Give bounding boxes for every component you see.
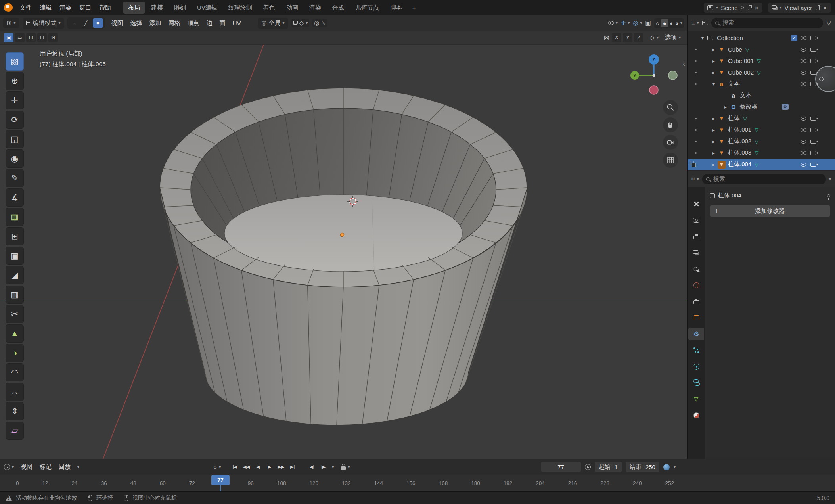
outliner-row[interactable]: 文本: [688, 90, 835, 101]
workspace-tab[interactable]: 着色: [258, 2, 280, 14]
overlays-toggle[interactable]: ◎ ▾: [633, 19, 642, 27]
shading-solid-button[interactable]: ●: [661, 19, 668, 27]
bevel-tool[interactable]: ◢: [6, 266, 24, 284]
filter-button[interactable]: ▽: [826, 19, 831, 27]
menu-item[interactable]: 面: [216, 18, 229, 29]
playback-button[interactable]: ▶▶: [276, 462, 286, 472]
shading-material-button[interactable]: ◐: [670, 20, 674, 27]
outliner-row[interactable]: Collection: [688, 32, 835, 44]
extrude-tool[interactable]: ⊞: [6, 227, 24, 245]
properties-editor-type-button[interactable]: ≡ ▾: [691, 176, 699, 182]
playhead[interactable]: 77: [211, 475, 230, 485]
playback-button[interactable]: ◀: [253, 462, 263, 472]
outliner-row[interactable]: 柱体.001: [688, 124, 835, 136]
object-name[interactable]: 柱体.004: [728, 161, 751, 168]
world-tab[interactable]: [688, 279, 704, 291]
proportional-edit-button[interactable]: ◎: [314, 19, 319, 27]
hide-eye-icon[interactable]: [801, 128, 806, 132]
chevron-down-icon[interactable]: ▾: [674, 465, 676, 469]
hide-eye-icon[interactable]: [801, 82, 806, 86]
menu-item[interactable]: 视图: [17, 462, 36, 472]
render-visibility-icon[interactable]: [810, 36, 816, 40]
active-object-name[interactable]: 柱体.004: [718, 192, 741, 199]
loop-cut-tool[interactable]: ▥: [6, 286, 24, 304]
falloff-icon[interactable]: ∿: [321, 19, 326, 27]
object-data-tab[interactable]: [688, 393, 704, 405]
viewlayer-selector[interactable]: ▾ ViewLayer ×: [768, 3, 831, 13]
lock-range-button[interactable]: ▾: [341, 464, 350, 470]
select-option-button[interactable]: ▭: [15, 33, 25, 42]
mirror-axis-button[interactable]: Z: [634, 33, 643, 42]
select-mode-button[interactable]: ╱: [81, 18, 91, 28]
collection-checkbox[interactable]: [791, 35, 797, 41]
scene-selector[interactable]: ▾ Scene ×: [704, 3, 762, 13]
menu-item[interactable]: 添加: [146, 18, 165, 29]
material-tab[interactable]: [688, 409, 704, 422]
render-visibility-icon[interactable]: [810, 140, 816, 144]
hide-eye-icon[interactable]: [801, 59, 806, 63]
cylinder-object[interactable]: [160, 88, 527, 425]
navigation-gizmo[interactable]: Z Y: [622, 44, 686, 95]
menu-item[interactable]: 文件: [16, 2, 36, 13]
shrink-fatten-tool[interactable]: ⇕: [6, 402, 24, 420]
expand-chevron-icon[interactable]: [710, 162, 718, 167]
playback-button[interactable]: |◀: [230, 462, 240, 472]
chevron-down-icon[interactable]: ▾: [829, 177, 831, 181]
scale-tool[interactable]: ◱: [6, 130, 24, 148]
object-name[interactable]: 文本: [740, 92, 752, 99]
menu-item[interactable]: 边: [203, 18, 216, 29]
expand-chevron-icon[interactable]: [710, 58, 718, 64]
blender-logo-icon[interactable]: [4, 3, 13, 12]
knife-tool[interactable]: ✂: [6, 305, 24, 323]
outliner-search-input[interactable]: 搜索: [711, 18, 824, 28]
select-option-button[interactable]: ⊠: [48, 33, 58, 42]
menu-item[interactable]: 网格: [165, 18, 184, 29]
particles-tab[interactable]: [688, 344, 704, 356]
new-viewlayer-icon[interactable]: [816, 6, 820, 10]
annotate-tool[interactable]: ✎: [6, 169, 24, 187]
outliner-editor-type-button[interactable]: ≡ ▾: [691, 19, 699, 26]
shading-wireframe-button[interactable]: ○: [656, 20, 659, 27]
expand-chevron-icon[interactable]: [710, 47, 718, 52]
inset-faces-tool[interactable]: ▣: [6, 247, 24, 265]
workspace-tab[interactable]: 合成: [327, 2, 349, 14]
current-frame-field[interactable]: 77: [541, 462, 581, 472]
render-visibility-icon[interactable]: [810, 163, 816, 167]
expand-chevron-icon[interactable]: [710, 116, 718, 121]
physics-tab[interactable]: [688, 360, 704, 373]
timeline-editor-type-button[interactable]: ▾: [4, 464, 14, 470]
hide-eye-icon[interactable]: [801, 151, 806, 155]
workspace-tab[interactable]: 建模: [146, 2, 168, 14]
playback-button[interactable]: ▶|: [287, 462, 298, 472]
gizmo-z-neg-ball[interactable]: [649, 86, 658, 94]
workspace-tab[interactable]: 几何节点: [350, 2, 384, 14]
smooth-tool[interactable]: ◠: [6, 363, 24, 381]
object-name[interactable]: Cube.001: [728, 57, 754, 64]
constraints-tab[interactable]: [688, 376, 704, 389]
move-tool[interactable]: ✛: [6, 91, 24, 109]
expand-chevron-icon[interactable]: [710, 70, 718, 75]
object-name[interactable]: Cube.002: [728, 69, 754, 76]
transform-orientation-dropdown[interactable]: ◎ 全局 ▾: [258, 18, 288, 29]
object-name[interactable]: 修改器: [740, 103, 758, 111]
frame-start-field[interactable]: 起始 1: [595, 462, 622, 472]
outliner-row[interactable]: Cube.001: [688, 55, 835, 67]
xray-toggle[interactable]: ▣: [645, 19, 651, 27]
display-mode-icon[interactable]: [702, 21, 708, 25]
transform-tool[interactable]: ◉: [6, 149, 24, 168]
snap-toggle-button[interactable]: [293, 21, 298, 25]
camera-view-button[interactable]: [663, 135, 678, 150]
mirror-axis-button[interactable]: Y: [623, 33, 632, 42]
properties-search-input[interactable]: 搜索: [702, 174, 826, 184]
outliner-row[interactable]: 文本: [688, 78, 835, 90]
hide-eye-icon[interactable]: [801, 36, 806, 40]
outliner-row[interactable]: 柱体.002: [688, 136, 835, 147]
modifiers-tab[interactable]: [688, 328, 704, 340]
options-dropdown[interactable]: 选项 ▾: [665, 34, 681, 41]
viewport-3d[interactable]: ▣▭⊞⊟⊠ ⋈ XYZ ◇ ▾ 选项 ▾: [0, 31, 687, 459]
outliner-row[interactable]: Cube.002: [688, 67, 835, 78]
editor-corner-icon[interactable]: [690, 161, 697, 168]
select-option-button[interactable]: ▣: [4, 33, 13, 42]
workspace-tab[interactable]: 布局: [123, 2, 145, 14]
render-visibility-icon[interactable]: [810, 151, 816, 155]
